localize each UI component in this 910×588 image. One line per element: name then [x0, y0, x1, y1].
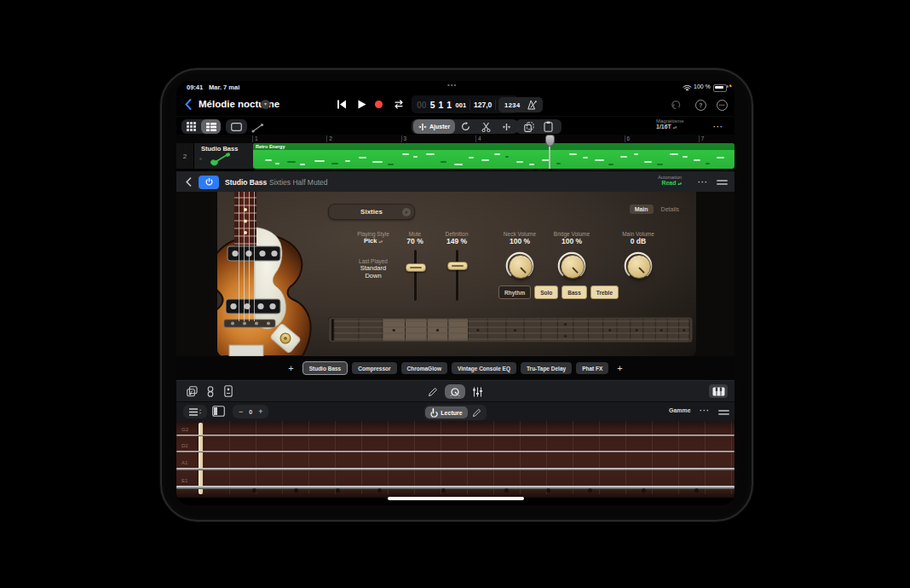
fret-line: [414, 421, 415, 494]
track-row: 2 Studio Bass Retro Energy: [176, 143, 734, 169]
fretboard-playhead[interactable]: [199, 423, 203, 494]
snap-setting[interactable]: Magnétisme 1/16T ▴▾: [656, 118, 684, 130]
mixer-icon[interactable]: [472, 387, 483, 397]
play-button[interactable]: [358, 100, 366, 109]
bar-ruler[interactable]: 123467: [176, 135, 734, 143]
bridge-volume-knob[interactable]: [561, 255, 585, 279]
play-mode-button[interactable]: Lecture: [425, 406, 467, 418]
definition-slider-handle[interactable]: [447, 262, 468, 270]
back-chevron-icon[interactable]: [185, 99, 192, 110]
tab-main[interactable]: Main: [630, 205, 654, 214]
pickup-button-solo[interactable]: Solo: [534, 285, 558, 299]
string-line-d2[interactable]: [176, 451, 734, 453]
fret-marker-dot: [441, 488, 446, 493]
undo-icon[interactable]: [671, 100, 681, 110]
track-number[interactable]: 2: [176, 143, 193, 169]
chain-plugin-pill[interactable]: Vintage Console EQ: [452, 362, 516, 374]
track-header[interactable]: Studio Bass: [193, 143, 254, 169]
midi-note: [516, 161, 523, 163]
toolbar-more-icon[interactable]: ···: [713, 123, 723, 131]
stage: 09:41 Mar. 7 mai ••• 100 % Mélodie noctu…: [0, 0, 910, 588]
main-volume-knob[interactable]: [627, 255, 651, 279]
midi-note: [469, 157, 474, 159]
paste-icon[interactable]: [544, 121, 553, 132]
strip-marker-dot: [436, 329, 439, 331]
string-line-a1[interactable]: [176, 468, 734, 470]
snap-value: 1/16T: [656, 124, 671, 130]
date: Mar. 7 mai: [209, 84, 239, 91]
midi-note: [314, 160, 325, 162]
automation-icon[interactable]: [251, 123, 264, 133]
playhead-marker[interactable]: [545, 135, 555, 147]
chain-plugin-pill[interactable]: Compressor: [352, 362, 396, 374]
tab-details[interactable]: Details: [656, 205, 684, 214]
home-indicator[interactable]: [388, 497, 524, 500]
multitask-dots-icon[interactable]: •••: [447, 81, 457, 89]
transport-bar: Mélodie nocturne ▾ 00 5 1 1 001 127,0 4/: [176, 93, 734, 116]
go-to-beginning-button[interactable]: [337, 100, 347, 109]
adjust-tool-label: Ajuster: [429, 124, 450, 130]
preset-chevron-icon: ▾: [402, 208, 411, 216]
mini-fretboard-strip[interactable]: [328, 317, 693, 343]
controls-view-button[interactable]: [445, 384, 465, 399]
metronome-icon[interactable]: [527, 100, 537, 110]
neck-volume-knob[interactable]: [509, 255, 533, 279]
more-circle-icon[interactable]: •••: [717, 100, 728, 111]
cycle-button[interactable]: [393, 100, 405, 109]
copy-icon[interactable]: [524, 122, 534, 132]
chain-plugin-pill[interactable]: Studio Bass: [302, 361, 348, 375]
midi-note: [644, 161, 652, 163]
editor-drag-handle-icon[interactable]: [718, 410, 729, 412]
string-line-e1[interactable]: [176, 486, 734, 489]
preset-selector[interactable]: Sixties ▾: [328, 204, 415, 220]
midi-note: [300, 164, 305, 165]
knob-icon: [450, 387, 460, 397]
plugin-power-button[interactable]: [199, 176, 219, 189]
loop-tool-button[interactable]: [455, 119, 475, 134]
fretboard-editor[interactable]: G2D2A1E1: [176, 421, 734, 498]
drag-handle-icon[interactable]: [717, 180, 728, 182]
fret-line: [229, 421, 230, 494]
chain-plugin-pill[interactable]: ChromaGlow: [401, 362, 447, 374]
pickup-button-treble[interactable]: Treble: [590, 285, 619, 299]
scissors-icon: [481, 122, 491, 132]
tracks-icon: [206, 123, 216, 131]
definition-slider-track: [456, 250, 458, 301]
pencil-icon[interactable]: [428, 387, 438, 397]
chain-plugin-pill[interactable]: Phat FX: [576, 362, 608, 374]
count-in-button[interactable]: 1234: [504, 101, 521, 109]
scale-button[interactable]: Gamme: [669, 407, 691, 413]
split-tool-button[interactable]: [475, 119, 496, 134]
plugin-chain: +Studio BassCompressorChromaGlowVintage …: [176, 356, 734, 380]
add-plugin-button[interactable]: +: [284, 363, 297, 373]
pickup-button-rhythm[interactable]: Rhythm: [498, 285, 531, 299]
adjust-tool-button[interactable]: Ajuster: [413, 119, 455, 134]
automation-control[interactable]: Automation Read ▴▾: [643, 175, 682, 186]
record-button[interactable]: [375, 101, 383, 108]
strip-highlight: [383, 320, 469, 341]
track-name: Studio Bass: [201, 145, 238, 153]
join-tool-button[interactable]: [496, 119, 516, 134]
grid-view-button[interactable]: [181, 119, 201, 134]
mute-slider-handle[interactable]: [406, 263, 426, 272]
knob-pointer: [520, 267, 526, 273]
help-icon[interactable]: ?: [695, 100, 706, 111]
tracks-view-button[interactable]: [201, 119, 221, 134]
region-inspector-button[interactable]: [226, 119, 247, 134]
add-plugin-button[interactable]: +: [613, 363, 626, 373]
plugin-more-icon[interactable]: ···: [698, 178, 708, 187]
string-line-g2[interactable]: [176, 435, 734, 436]
playing-style-control[interactable]: Playing Style Pick ▴▾: [347, 231, 400, 245]
collapse-chevron-icon[interactable]: [186, 177, 192, 187]
edit-mode-button[interactable]: [469, 408, 486, 418]
midi-note: [717, 157, 724, 159]
lcd-divider: [469, 100, 470, 110]
definition-label: Definition: [435, 231, 479, 237]
keyboard-toggle-button[interactable]: [709, 384, 728, 398]
neck-volume-value: 100 %: [495, 237, 544, 245]
editor-more-icon[interactable]: ···: [700, 406, 710, 415]
pickup-button-bass[interactable]: Bass: [562, 285, 587, 299]
chain-plugin-pill[interactable]: Tru-Tape Delay: [521, 362, 572, 374]
title-menu-chevron-icon[interactable]: ▾: [261, 100, 270, 109]
midi-region[interactable]: Retro Energy: [253, 143, 734, 169]
